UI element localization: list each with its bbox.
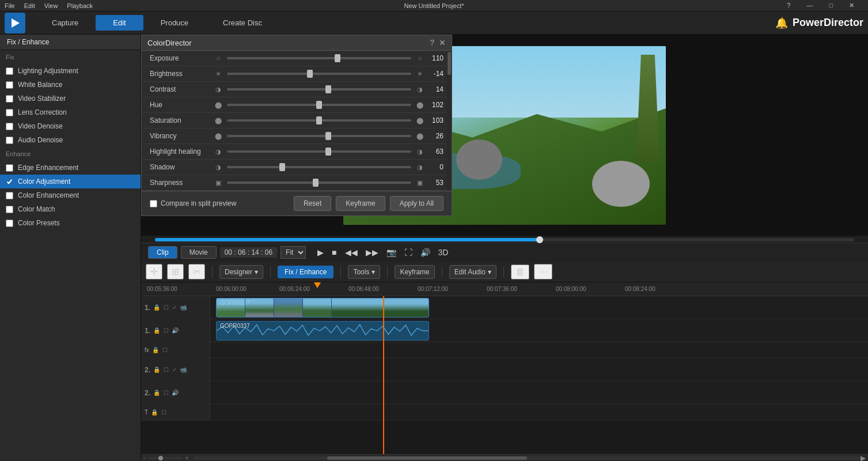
slider-track-6[interactable] [227,150,411,153]
slider-thumb-0[interactable] [335,54,340,62]
menu-edit[interactable]: Edit [24,2,35,9]
zoom-minus[interactable]: - [143,454,146,462]
tab-produce[interactable]: Produce [143,15,206,31]
text-lock-btn[interactable]: 🔒 [150,409,158,416]
snapshot-btn[interactable]: 📷 [384,247,399,258]
tab-create-disc[interactable]: Create Disc [206,15,279,31]
fix-enhance-tab[interactable]: Fix / Enhance [0,35,141,50]
tool-cut[interactable]: ✂ [188,264,205,279]
slider-track-2[interactable] [227,88,411,90]
cd-help-btn[interactable]: ? [430,38,434,47]
item-edge-enhancement[interactable]: Edge Enhancement [0,161,141,175]
item-video-stabilizer[interactable]: Video Stabilizer [0,92,141,105]
audio-clip-1[interactable]: GOPR0337 [216,321,429,341]
fx-lock-btn[interactable]: 🔒 [151,346,160,354]
scroll-right-btn[interactable]: ▶ [861,454,866,462]
cd-scrollbar-thumb[interactable] [448,52,451,75]
track1a-lock-btn[interactable]: 🔒 [153,327,161,334]
movie-btn[interactable]: Movie [181,246,217,259]
cd-scrollbar[interactable] [447,51,452,191]
color-enhancement-checkbox[interactable] [6,192,13,199]
color-presets-checkbox[interactable] [6,220,13,227]
keyframe-btn[interactable]: Keyframe [395,265,434,279]
threed-btn[interactable]: 3D [436,247,451,258]
slider-thumb-3[interactable] [316,101,322,109]
video-denoise-checkbox[interactable] [6,123,13,130]
clip-btn[interactable]: Clip [148,246,177,259]
slider-track-0[interactable] [227,57,411,59]
tab-capture[interactable]: Capture [35,15,96,31]
edge-enhancement-checkbox[interactable] [6,164,13,172]
track1-lock-btn[interactable]: 🔒 [153,304,161,311]
lighting-checkbox[interactable] [6,67,13,75]
slider-track-4[interactable] [227,119,411,122]
timeline-scrollbar[interactable]: - + ▶ [141,454,868,461]
fit-select[interactable]: Fit [281,246,306,259]
track-content-fx[interactable] [210,342,868,358]
horizontal-scroll-track[interactable] [194,456,861,460]
slider-thumb-1[interactable] [307,70,313,78]
apply-to-all-button[interactable]: Apply to All [390,196,444,211]
zoom-plus[interactable]: + [185,454,189,462]
next-frame-btn[interactable]: ▶▶ [363,247,381,258]
track2-lock-btn[interactable]: 🔒 [153,366,161,373]
item-color-adjustment[interactable]: Color Adjustment [0,175,141,188]
tool-move[interactable]: ✛ [146,264,162,279]
track2a-lock-btn[interactable]: 🔒 [153,389,161,396]
track2-vis-btn[interactable]: ☐ [163,366,169,373]
edit-audio-dropdown[interactable]: Edit Audio ▾ [449,265,496,279]
text-vis-btn[interactable]: ☐ [161,409,167,416]
more-btn[interactable]: ⋯ [534,264,552,279]
item-color-enhancement[interactable]: Color Enhancement [0,188,141,202]
menu-view[interactable]: View [44,2,58,9]
slider-thumb-8[interactable] [313,179,319,187]
tool-select[interactable]: ⊞ [167,264,184,279]
slider-thumb-4[interactable] [316,116,322,124]
maximize-btn[interactable]: □ [829,2,833,9]
slider-thumb-6[interactable] [325,148,331,156]
zoom-slider[interactable] [148,457,183,459]
slider-thumb-2[interactable] [325,85,331,93]
track2a-vis-btn[interactable]: ☐ [163,389,169,396]
item-color-match[interactable]: Color Match [0,202,141,216]
track-content-2-audio[interactable] [210,381,868,404]
track2-eye-btn[interactable]: ✓ [172,366,177,373]
lens-correction-checkbox[interactable] [6,109,13,116]
slider-thumb-5[interactable] [325,132,331,140]
audio-btn[interactable]: 🔊 [418,247,433,258]
item-lens-correction[interactable]: Lens Correction [0,105,141,119]
reset-button[interactable]: Reset [294,196,331,211]
track-content-1[interactable]: GOPR0337 [210,296,868,319]
prev-frame-btn[interactable]: ◀◀ [343,247,360,258]
item-color-presets[interactable]: Color Presets [0,216,141,230]
slider-thumb-7[interactable] [279,163,285,171]
fix-enhance-btn[interactable]: Fix / Enhance [278,266,333,278]
cd-close-btn[interactable]: ✕ [439,38,446,47]
track1-eye-btn[interactable]: ✓ [172,304,177,311]
track1-vis-btn[interactable]: ☐ [163,304,169,311]
horizontal-scroll-thumb[interactable] [327,456,527,460]
delete-btn[interactable]: 🗑 [511,264,529,279]
color-match-checkbox[interactable] [6,206,13,213]
white-balance-checkbox[interactable] [6,81,13,89]
item-audio-denoise[interactable]: Audio Denoise [0,133,141,147]
slider-track-7[interactable] [227,166,411,168]
compare-split-checkbox[interactable] [150,200,157,207]
video-stabilizer-checkbox[interactable] [6,95,13,103]
track-content-2[interactable] [210,358,868,381]
slider-track-3[interactable] [227,104,411,106]
progress-thumb[interactable] [536,236,543,243]
item-video-denoise[interactable]: Video Denoise [0,119,141,133]
fullscreen-btn[interactable]: ⛶ [402,247,415,258]
item-lighting[interactable]: Lighting Adjustment [0,64,141,78]
slider-track-1[interactable] [227,73,411,75]
close-btn[interactable]: ✕ [849,2,854,9]
zoom-thumb[interactable] [158,456,163,460]
minimize-btn[interactable]: — [806,2,813,9]
item-white-balance[interactable]: White Balance [0,78,141,92]
keyframe-button[interactable]: Keyframe [336,196,385,211]
help-btn[interactable]: ? [787,2,790,9]
menu-playback[interactable]: Playback [67,2,93,9]
slider-track-5[interactable] [227,135,411,137]
play-btn[interactable]: ▶ [315,247,326,258]
